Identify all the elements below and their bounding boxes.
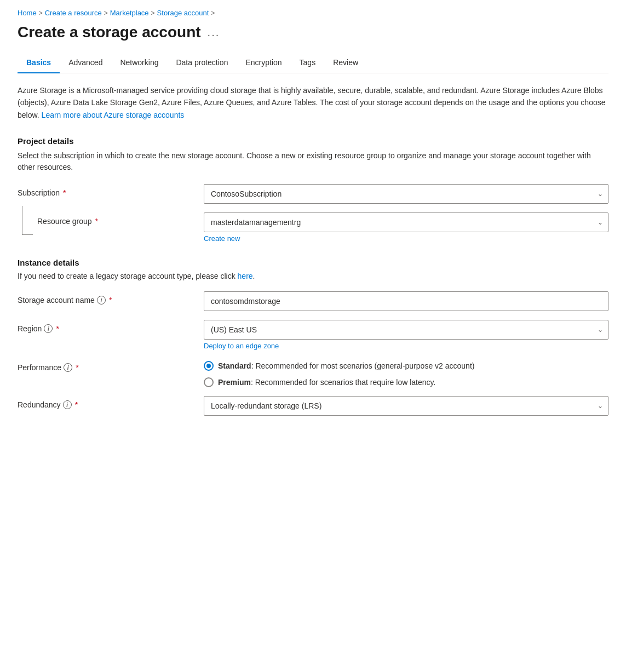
- intro-description: Azure Storage is a Microsoft-managed ser…: [18, 84, 608, 121]
- storage-account-name-input[interactable]: [204, 291, 608, 311]
- breadcrumb-marketplace[interactable]: Marketplace: [110, 9, 149, 17]
- redundancy-label-col: Redundancy i *: [18, 396, 204, 409]
- performance-row: Performance i * Standard: Recommended fo…: [18, 359, 608, 387]
- breadcrumb-storage-account[interactable]: Storage account: [157, 9, 209, 17]
- content-area: Azure Storage is a Microsoft-managed ser…: [18, 84, 608, 435]
- tab-networking[interactable]: Networking: [111, 53, 167, 73]
- create-new-link[interactable]: Create new: [204, 234, 240, 243]
- performance-standard-radio: [204, 361, 214, 371]
- legacy-here-link[interactable]: here: [238, 272, 253, 280]
- redundancy-required: *: [75, 400, 78, 409]
- subscription-row: Subscription * ContosoSubscription ⌄: [18, 184, 608, 204]
- storage-account-name-required: *: [109, 296, 112, 305]
- breadcrumb-sep-2: >: [104, 9, 108, 17]
- instance-legacy-text: If you need to create a legacy storage a…: [18, 272, 608, 280]
- tab-review[interactable]: Review: [324, 53, 367, 73]
- subscription-select[interactable]: ContosoSubscription: [204, 184, 608, 204]
- subscription-label-col: Subscription *: [18, 184, 204, 197]
- bracket-horizontal-line: [22, 234, 33, 235]
- redundancy-label: Redundancy: [18, 400, 61, 409]
- tab-basics[interactable]: Basics: [18, 53, 60, 73]
- performance-premium-radio: [204, 377, 214, 387]
- breadcrumb-sep-3: >: [151, 9, 155, 17]
- resource-group-control-col: masterdatamanagementrg ⌄ Create new: [204, 212, 608, 243]
- instance-details-header: Instance details: [18, 258, 608, 267]
- subscription-label: Subscription: [18, 188, 60, 197]
- page-title-row: Create a storage account ...: [18, 24, 608, 41]
- redundancy-select[interactable]: Locally-redundant storage (LRS): [204, 396, 608, 416]
- subscription-control-col: ContosoSubscription ⌄: [204, 184, 608, 204]
- resource-group-select-wrapper: masterdatamanagementrg ⌄: [204, 212, 608, 232]
- subscription-required: *: [63, 188, 66, 197]
- tab-tags[interactable]: Tags: [291, 53, 325, 73]
- tabs-nav: Basics Advanced Networking Data protecti…: [18, 52, 608, 73]
- tab-advanced[interactable]: Advanced: [60, 53, 111, 73]
- bracket-vertical-line: [22, 206, 22, 234]
- redundancy-select-wrapper: Locally-redundant storage (LRS) ⌄: [204, 396, 608, 416]
- project-details-header: Project details: [18, 136, 608, 146]
- storage-account-name-control-col: [204, 291, 608, 311]
- breadcrumb-sep-4: >: [211, 9, 215, 17]
- resource-group-row: Resource group * masterdatamanagementrg …: [18, 212, 608, 243]
- performance-label: Performance: [18, 363, 61, 372]
- redundancy-row: Redundancy i * Locally-redundant storage…: [18, 396, 608, 416]
- resource-group-label-col: Resource group *: [18, 212, 204, 226]
- performance-premium-option[interactable]: Premium: Recommended for scenarios that …: [204, 377, 608, 387]
- storage-account-name-label-col: Storage account name i *: [18, 291, 204, 305]
- redundancy-control-col: Locally-redundant storage (LRS) ⌄: [204, 396, 608, 416]
- subscription-select-wrapper: ContosoSubscription ⌄: [204, 184, 608, 204]
- redundancy-info-icon: i: [63, 400, 72, 409]
- learn-more-link[interactable]: Learn more about Azure storage accounts: [42, 111, 185, 119]
- performance-required: *: [76, 363, 78, 372]
- page-title: Create a storage account: [18, 24, 201, 41]
- region-label: Region: [18, 324, 42, 333]
- breadcrumb-sep-1: >: [39, 9, 43, 17]
- region-row: Region i * (US) East US ⌄ Deploy to an e…: [18, 320, 608, 350]
- region-select-wrapper: (US) East US ⌄: [204, 320, 608, 340]
- performance-radio-group: Standard: Recommended for most scenarios…: [204, 359, 608, 387]
- storage-account-name-info-icon: i: [97, 296, 106, 305]
- region-select[interactable]: (US) East US: [204, 320, 608, 340]
- project-details-desc: Select the subscription in which to crea…: [18, 150, 608, 173]
- storage-account-name-row: Storage account name i *: [18, 291, 608, 311]
- performance-standard-option[interactable]: Standard: Recommended for most scenarios…: [204, 361, 608, 371]
- performance-info-icon: i: [64, 363, 72, 372]
- performance-premium-label: Premium: Recommended for scenarios that …: [218, 378, 435, 387]
- deploy-to-edge-zone-link[interactable]: Deploy to an edge zone: [204, 342, 279, 350]
- breadcrumb-home[interactable]: Home: [18, 9, 37, 17]
- region-label-col: Region i *: [18, 320, 204, 333]
- performance-label-col: Performance i *: [18, 359, 204, 372]
- resource-group-required: *: [95, 217, 98, 226]
- region-required: *: [56, 324, 59, 333]
- performance-control-col: Standard: Recommended for most scenarios…: [204, 359, 608, 387]
- breadcrumb-create-resource[interactable]: Create a resource: [45, 9, 102, 17]
- tab-data-protection[interactable]: Data protection: [167, 53, 237, 73]
- region-control-col: (US) East US ⌄ Deploy to an edge zone: [204, 320, 608, 350]
- performance-standard-label: Standard: Recommended for most scenarios…: [218, 361, 474, 370]
- resource-group-label: Resource group: [37, 217, 92, 226]
- region-info-icon: i: [44, 324, 53, 333]
- project-details-section: Project details Select the subscription …: [18, 136, 608, 243]
- tab-encryption[interactable]: Encryption: [237, 53, 290, 73]
- page-options-button[interactable]: ...: [208, 26, 220, 39]
- storage-account-name-label: Storage account name: [18, 296, 95, 305]
- resource-group-select[interactable]: masterdatamanagementrg: [204, 212, 608, 232]
- instance-details-section: Instance details If you need to create a…: [18, 258, 608, 416]
- breadcrumb: Home > Create a resource > Marketplace >…: [18, 9, 608, 17]
